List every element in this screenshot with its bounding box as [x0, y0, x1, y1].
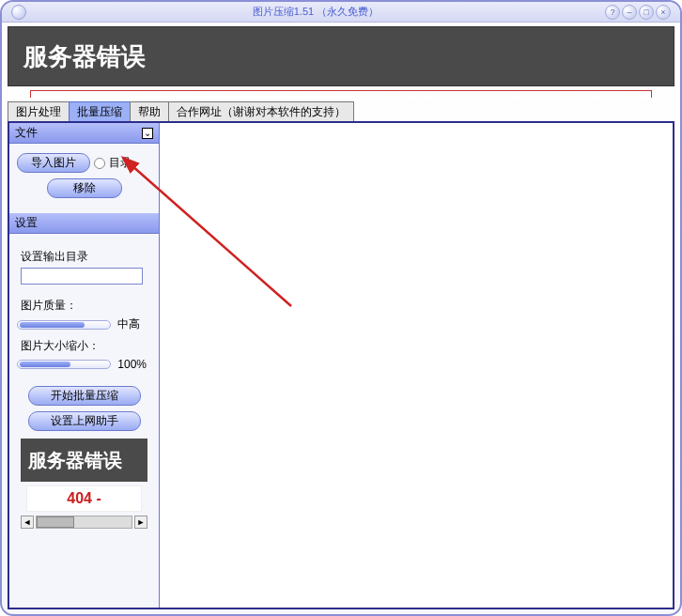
resize-value: 100%: [117, 358, 147, 371]
tab-batch-compress[interactable]: 批量压缩: [69, 101, 131, 121]
directory-radio[interactable]: [94, 158, 105, 169]
canvas-area: [160, 123, 673, 608]
import-image-button[interactable]: 导入图片: [17, 153, 90, 173]
tabbar: 图片处理 批量压缩 帮助 合作网址（谢谢对本软件的支持）: [8, 101, 674, 121]
file-panel-header: 文件 ⌄: [9, 123, 159, 144]
directory-label: 目录: [109, 155, 132, 171]
app-window: 图片压缩1.51 （永久免费） ? – □ × 服务器错误 图片处理 批量压缩 …: [0, 0, 682, 616]
net-assistant-button[interactable]: 设置上网助手: [28, 411, 141, 431]
scroll-right-button[interactable]: ►: [134, 516, 147, 529]
settings-panel-title: 设置: [15, 215, 38, 231]
file-panel-toggle[interactable]: ⌄: [142, 128, 153, 139]
mini-error-code: 404 -: [26, 485, 142, 512]
sidebar: 文件 ⌄ 导入图片 目录 移除 设置 设置输出目录 图片质量： 中高: [9, 123, 160, 608]
mini-error-heading: 服务器错误: [28, 450, 122, 470]
truncated-content: [30, 90, 652, 98]
start-compress-button[interactable]: 开始批量压缩: [28, 386, 141, 406]
remove-button[interactable]: 移除: [47, 178, 122, 198]
tab-partner-urls[interactable]: 合作网址（谢谢对本软件的支持）: [168, 101, 354, 121]
quality-value: 中高: [117, 317, 140, 331]
scroll-left-button[interactable]: ◄: [21, 516, 34, 529]
resize-slider[interactable]: [17, 360, 111, 369]
close-button[interactable]: ×: [656, 5, 671, 20]
sidebar-hscroll[interactable]: ◄ ►: [17, 514, 151, 531]
free-label: （永久免费）: [317, 6, 379, 17]
file-panel-title: 文件: [15, 125, 38, 141]
output-dir-input[interactable]: [21, 268, 143, 285]
settings-panel-body: 设置输出目录 图片质量： 中高 图片大小缩小： 100% 开始批量压缩 设置上网…: [9, 234, 159, 540]
settings-panel-header: 设置: [9, 213, 159, 234]
app-name: 图片压缩: [253, 6, 294, 17]
app-version: 1.51: [294, 6, 314, 17]
quality-slider[interactable]: [17, 320, 111, 330]
error-banner: 服务器错误: [8, 26, 674, 86]
error-heading: 服务器错误: [23, 40, 146, 73]
tab-image-process[interactable]: 图片处理: [8, 101, 70, 121]
maximize-button[interactable]: □: [639, 5, 654, 20]
titlebar: 图片压缩1.51 （永久免费） ? – □ ×: [2, 2, 680, 23]
tab-help[interactable]: 帮助: [130, 101, 169, 121]
quality-label: 图片质量：: [21, 298, 151, 314]
help-button[interactable]: ?: [605, 5, 620, 20]
minimize-button[interactable]: –: [622, 5, 637, 20]
scroll-thumb[interactable]: [37, 516, 74, 528]
mini-error-box: 服务器错误: [21, 439, 147, 482]
resize-label: 图片大小缩小：: [21, 338, 151, 354]
app-icon: [11, 5, 26, 20]
scroll-track[interactable]: [36, 516, 132, 529]
output-dir-label: 设置输出目录: [21, 249, 151, 265]
workspace: 文件 ⌄ 导入图片 目录 移除 设置 设置输出目录 图片质量： 中高: [8, 121, 674, 609]
window-title: 图片压缩1.51 （永久免费）: [26, 5, 605, 19]
file-panel-body: 导入图片 目录 移除: [9, 144, 159, 213]
window-controls: ? – □ ×: [605, 5, 671, 20]
